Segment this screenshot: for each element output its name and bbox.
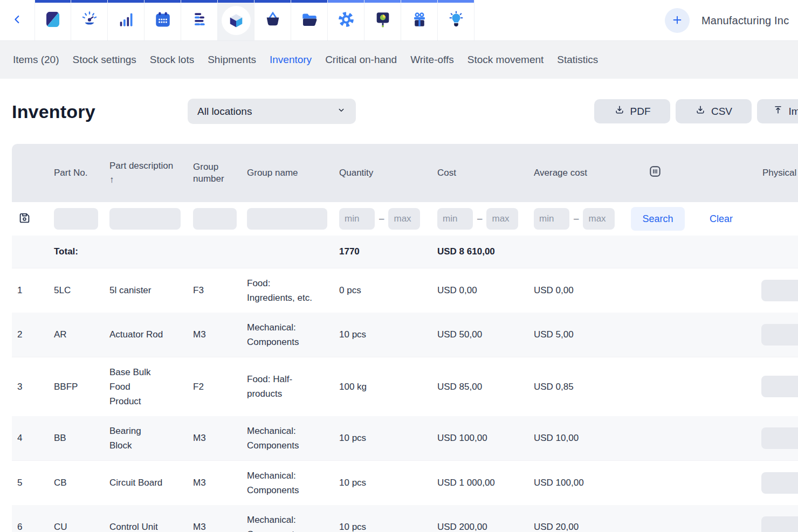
app-tab-ideas[interactable] bbox=[438, 0, 474, 40]
location-select[interactable]: All locations bbox=[188, 99, 356, 124]
row-number: 1 bbox=[12, 268, 49, 313]
column-header-physical-quantity[interactable]: Physical quantity bbox=[757, 144, 798, 202]
cell-group-number: M3 bbox=[188, 460, 242, 505]
cell-group-name: Food: Half-products bbox=[247, 372, 314, 401]
filter-quantity-max-input[interactable] bbox=[388, 208, 420, 230]
physical-quantity-input[interactable] bbox=[761, 427, 798, 449]
column-header-rownum bbox=[12, 144, 49, 202]
table-row[interactable]: 1 5LC 5l canister F3 Food: Ingredients, … bbox=[12, 268, 798, 313]
folder-icon bbox=[300, 10, 319, 31]
inventory-table: Part No. Part description ↑ Group number… bbox=[12, 144, 798, 532]
back-button[interactable] bbox=[0, 0, 35, 40]
physical-quantity-input[interactable] bbox=[761, 516, 798, 532]
table-row[interactable]: 6 CU Control Unit M3 Mechanical: Compone… bbox=[12, 505, 798, 532]
app-tab-settings[interactable] bbox=[328, 0, 364, 40]
presentation-icon bbox=[374, 10, 392, 31]
nav-tab-stock-lots[interactable]: Stock lots bbox=[150, 54, 194, 66]
app-tab-analytics[interactable] bbox=[108, 0, 145, 40]
table-row[interactable]: 5 CB Circuit Board M3 Mechanical: Compon… bbox=[12, 460, 798, 505]
cell-quantity: 10 pcs bbox=[334, 505, 432, 532]
workspace-name[interactable]: Manufacturing Inc bbox=[701, 15, 789, 27]
filter-average-cost-max-input[interactable] bbox=[583, 208, 615, 230]
save-filter-button[interactable] bbox=[17, 211, 32, 227]
cell-average-cost: USD 100,00 bbox=[528, 460, 625, 505]
filter-part-no-input[interactable] bbox=[54, 208, 98, 230]
upload-icon bbox=[773, 105, 783, 118]
nav-tab-shipments[interactable]: Shipments bbox=[208, 54, 256, 66]
physical-quantity-input[interactable] bbox=[761, 472, 798, 494]
total-cost: USD 8 610,00 bbox=[432, 236, 528, 268]
filter-group-number-input[interactable] bbox=[193, 208, 237, 230]
cell-part-description: Base Bulk Food Product bbox=[109, 365, 164, 409]
row-number: 5 bbox=[12, 460, 49, 505]
search-button[interactable]: Search bbox=[631, 207, 685, 231]
add-workspace-button[interactable] bbox=[665, 8, 690, 33]
gauge-icon bbox=[80, 10, 99, 31]
app-tab-documents[interactable] bbox=[291, 0, 328, 40]
total-quantity: 1770 bbox=[334, 236, 432, 268]
export-pdf-button[interactable]: PDF bbox=[594, 99, 670, 123]
physical-quantity-input[interactable] bbox=[761, 324, 798, 346]
table-row[interactable]: 4 BB Bearing Block M3 Mechanical: Compon… bbox=[12, 416, 798, 461]
table-total-row: Total: 1770 USD 8 610,00 bbox=[12, 236, 798, 268]
app-switcher bbox=[35, 0, 474, 40]
column-header-average-cost[interactable]: Average cost bbox=[528, 144, 625, 202]
cell-group-name: Food: Ingredients, etc. bbox=[247, 276, 314, 305]
cell-cost: USD 50,00 bbox=[432, 313, 528, 357]
column-settings-header bbox=[625, 144, 757, 202]
app-tab-reports[interactable] bbox=[364, 0, 401, 40]
table-row[interactable]: 2 AR Actuator Rod M3 Mechanical: Compone… bbox=[12, 313, 798, 357]
columns-icon[interactable] bbox=[648, 170, 662, 181]
physical-quantity-input[interactable] bbox=[761, 280, 798, 301]
cell-cost: USD 100,00 bbox=[432, 416, 528, 461]
app-tab-rewards[interactable] bbox=[401, 0, 438, 40]
nav-tab-statistics[interactable]: Statistics bbox=[557, 54, 598, 66]
row-number: 4 bbox=[12, 416, 49, 461]
cell-part-no: CB bbox=[49, 460, 104, 505]
nav-tab-inventory[interactable]: Inventory bbox=[270, 54, 312, 66]
inventory-cube-icon bbox=[222, 6, 251, 35]
import-button[interactable]: Import bbox=[757, 99, 798, 123]
nav-tab-stock-movement[interactable]: Stock movement bbox=[467, 54, 544, 66]
range-separator: – bbox=[379, 213, 384, 224]
app-tab-calendar[interactable] bbox=[145, 0, 181, 40]
cell-part-no: BBFP bbox=[49, 357, 104, 416]
cell-quantity: 10 pcs bbox=[334, 460, 432, 505]
app-tab-dashboard[interactable] bbox=[71, 0, 108, 40]
cell-average-cost: USD 0,85 bbox=[528, 357, 625, 416]
filter-cost-max-input[interactable] bbox=[486, 208, 518, 230]
column-header-group-name[interactable]: Group name bbox=[242, 144, 334, 202]
app-tab-tasks[interactable] bbox=[181, 0, 218, 40]
app-tab-logo[interactable] bbox=[35, 0, 71, 40]
chevron-down-icon bbox=[336, 105, 346, 118]
row-number: 2 bbox=[12, 313, 49, 357]
app-tab-inventory[interactable] bbox=[218, 0, 254, 40]
section-nav: Items (20) Stock settings Stock lots Shi… bbox=[0, 41, 798, 79]
column-header-part-no[interactable]: Part No. bbox=[49, 144, 104, 202]
cell-part-no: AR bbox=[49, 313, 104, 357]
filter-group-name-input[interactable] bbox=[247, 208, 327, 230]
clear-button[interactable]: Clear bbox=[710, 213, 733, 225]
nav-tab-critical-on-hand[interactable]: Critical on-hand bbox=[325, 54, 397, 66]
row-number: 3 bbox=[12, 357, 49, 416]
column-header-part-description[interactable]: Part description ↑ bbox=[104, 144, 188, 202]
column-header-cost[interactable]: Cost bbox=[432, 144, 528, 202]
nav-tab-stock-settings[interactable]: Stock settings bbox=[73, 54, 136, 66]
filter-quantity-min-input[interactable] bbox=[339, 208, 375, 230]
download-icon bbox=[614, 105, 625, 118]
export-csv-button[interactable]: CSV bbox=[676, 99, 752, 123]
table-row[interactable]: 3 BBFP Base Bulk Food Product F2 Food: H… bbox=[12, 357, 798, 416]
cell-cost: USD 85,00 bbox=[432, 357, 528, 416]
app-tab-purchases[interactable] bbox=[254, 0, 291, 40]
filter-part-description-input[interactable] bbox=[109, 208, 181, 230]
cell-group-number: M3 bbox=[188, 313, 242, 357]
column-header-group-number[interactable]: Group number bbox=[188, 144, 242, 202]
gift-icon bbox=[410, 10, 429, 31]
nav-tab-items[interactable]: Items (20) bbox=[13, 54, 59, 66]
nav-tab-write-offs[interactable]: Write-offs bbox=[410, 54, 454, 66]
cell-average-cost: USD 5,00 bbox=[528, 313, 625, 357]
column-header-quantity[interactable]: Quantity bbox=[334, 144, 432, 202]
filter-average-cost-min-input[interactable] bbox=[534, 208, 569, 230]
physical-quantity-input[interactable] bbox=[761, 376, 798, 397]
filter-cost-min-input[interactable] bbox=[437, 208, 473, 230]
